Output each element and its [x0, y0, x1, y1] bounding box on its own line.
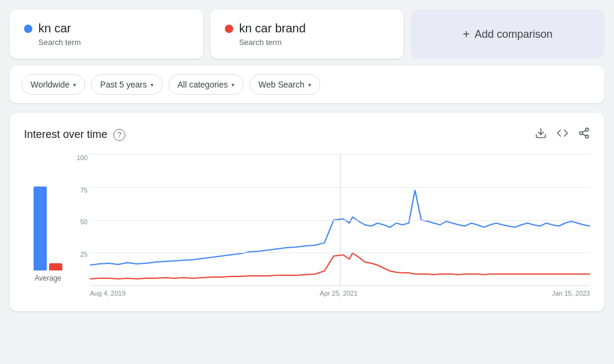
filter-region[interactable]: Worldwide ▾ — [22, 74, 85, 95]
term1-card: kn car Search term — [10, 10, 203, 59]
y-axis: 100 75 50 25 — [72, 154, 90, 282]
avg-label: Average — [35, 274, 61, 282]
svg-line-5 — [582, 130, 586, 132]
chart-container: Average 100 75 50 25 — [24, 154, 590, 297]
chevron-down-icon: ▾ — [231, 82, 234, 88]
chevron-down-icon: ▾ — [151, 82, 154, 88]
chart-actions — [535, 127, 590, 142]
avg-bar-blue — [34, 186, 47, 270]
help-label: ? — [118, 131, 122, 139]
term2-card: kn car brand Search term — [210, 10, 404, 59]
term2-title: kn car brand — [239, 22, 306, 35]
add-comparison-label: Add comparison — [474, 28, 552, 41]
term2-header: kn car brand — [225, 22, 390, 35]
plus-icon: + — [463, 28, 470, 41]
chart-title-area: Interest over time ? — [24, 128, 125, 141]
embed-icon[interactable] — [556, 127, 568, 142]
average-column: Average — [24, 154, 72, 297]
term1-dot — [24, 25, 32, 33]
search-terms-section: kn car Search term kn car brand Search t… — [10, 10, 604, 59]
x-label-2019: Aug 4, 2019 — [90, 290, 125, 297]
chevron-down-icon: ▾ — [308, 82, 311, 88]
y-label-25: 25 — [72, 251, 90, 258]
add-comparison-inner: + Add comparison — [463, 28, 553, 41]
filters-bar: Worldwide ▾ Past 5 years ▾ All categorie… — [10, 66, 604, 103]
chevron-down-icon: ▾ — [73, 82, 76, 88]
chart-area — [90, 154, 590, 286]
y-label-100: 100 — [72, 154, 90, 161]
help-icon[interactable]: ? — [113, 129, 125, 141]
filter-time-label: Past 5 years — [100, 80, 147, 89]
y-label-50: 50 — [72, 218, 90, 225]
term1-subtitle: Search term — [38, 38, 189, 47]
term2-dot — [225, 25, 233, 33]
x-axis: Aug 4, 2019 Apr 25, 2021 Jan 15, 2023 — [90, 286, 590, 297]
filter-search-type-label: Web Search — [258, 80, 305, 89]
vertical-highlight-line — [340, 154, 341, 285]
filter-region-label: Worldwide — [31, 80, 70, 89]
avg-bar-red — [49, 263, 62, 270]
term1-title: kn car — [38, 22, 71, 35]
x-label-2023: Jan 15, 2023 — [552, 290, 590, 297]
svg-line-4 — [582, 134, 586, 136]
filter-category-label: All categories — [177, 80, 228, 89]
y-label-75: 75 — [72, 186, 90, 194]
chart-title: Interest over time — [24, 128, 107, 141]
chart-section: Interest over time ? — [10, 113, 604, 311]
term1-header: kn car — [24, 22, 189, 35]
term2-subtitle: Search term — [239, 38, 390, 47]
add-comparison-button[interactable]: + Add comparison — [411, 10, 604, 59]
main-chart: 100 75 50 25 — [72, 154, 590, 297]
filter-search-type[interactable]: Web Search ▾ — [249, 74, 320, 95]
x-label-2021: Apr 25, 2021 — [320, 290, 357, 297]
download-icon[interactable] — [535, 127, 547, 142]
filter-category[interactable]: All categories ▾ — [168, 74, 243, 95]
share-icon[interactable] — [578, 127, 590, 142]
chart-header: Interest over time ? — [24, 127, 590, 142]
avg-bars — [34, 163, 62, 270]
filter-time[interactable]: Past 5 years ▾ — [91, 74, 162, 95]
